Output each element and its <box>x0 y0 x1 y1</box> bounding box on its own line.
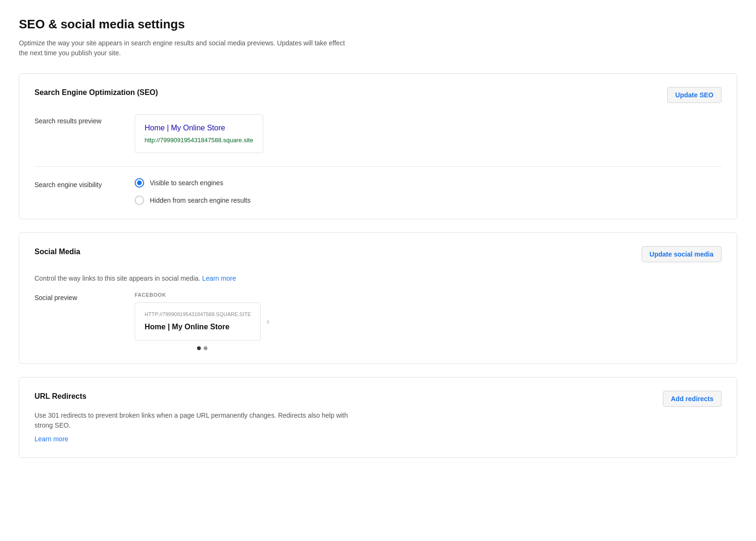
carousel-dot-2[interactable] <box>204 346 207 350</box>
social-media-header: Social Media Update social media <box>34 246 722 262</box>
social-media-title: Social Media <box>34 246 80 258</box>
social-preview-box: HTTP://799909195431847588.SQUARE.SITE Ho… <box>135 302 261 341</box>
url-redirects-desc: Use 301 redirects to prevent broken link… <box>34 411 365 430</box>
radio-hidden-label: Hidden from search engine results <box>150 196 250 206</box>
search-results-preview-box: Home | My Online Store http://7999091954… <box>135 114 263 153</box>
url-redirects-learn-more: Learn more <box>34 434 722 444</box>
search-results-label: Search results preview <box>34 114 120 126</box>
radio-group: Visible to search engines Hidden from se… <box>135 178 250 206</box>
page-subtitle: Optimize the way your site appears in se… <box>19 38 350 58</box>
preview-url: http://799909195431847588.square.site <box>145 136 253 145</box>
radio-visible-option[interactable]: Visible to search engines <box>135 178 250 188</box>
search-engine-visibility-row: Search engine visibility Visible to sear… <box>34 178 722 206</box>
social-media-section-card: Social Media Update social media Control… <box>19 232 737 364</box>
social-preview-url: HTTP://799909195431847588.SQUARE.SITE <box>145 310 251 318</box>
radio-hidden-option[interactable]: Hidden from search engine results <box>135 196 250 206</box>
radio-visible-input[interactable] <box>135 178 144 188</box>
preview-title: Home | My Online Store <box>145 122 253 134</box>
social-media-desc-text: Control the way links to this site appea… <box>34 275 200 282</box>
update-seo-button[interactable]: Update SEO <box>667 87 722 103</box>
radio-visible-label: Visible to search engines <box>150 178 223 188</box>
seo-section-title: Search Engine Optimization (SEO) <box>34 87 158 98</box>
seo-section-card: Search Engine Optimization (SEO) Update … <box>19 73 737 219</box>
social-preview-row: Social preview FACEBOOK HTTP://799909195… <box>34 291 722 350</box>
search-results-preview-row: Search results preview Home | My Online … <box>34 114 722 153</box>
page-title: SEO & social media settings <box>19 15 737 34</box>
url-redirects-section-card: URL Redirects Add redirects Use 301 redi… <box>19 377 737 458</box>
carousel-dots <box>135 346 269 350</box>
url-redirects-learn-more-link[interactable]: Learn more <box>34 435 69 443</box>
social-preview-content: FACEBOOK HTTP://799909195431847588.SQUAR… <box>135 291 269 350</box>
social-preview-title: Home | My Online Store <box>145 321 251 333</box>
carousel-dot-1[interactable] <box>197 346 201 350</box>
url-redirects-title: URL Redirects <box>34 391 86 402</box>
update-social-media-button[interactable]: Update social media <box>642 246 722 262</box>
divider-1 <box>34 166 722 167</box>
social-preview-wrapper: HTTP://799909195431847588.SQUARE.SITE Ho… <box>135 302 269 341</box>
social-preview-label: Social preview <box>34 291 120 303</box>
social-learn-more-link[interactable]: Learn more <box>202 275 236 282</box>
chevron-right-icon[interactable]: › <box>266 315 269 328</box>
seo-section-header: Search Engine Optimization (SEO) Update … <box>34 87 722 103</box>
radio-hidden-input[interactable] <box>135 196 144 205</box>
url-redirects-header: URL Redirects Add redirects <box>34 391 722 407</box>
social-media-desc: Control the way links to this site appea… <box>34 274 722 283</box>
add-redirects-button[interactable]: Add redirects <box>663 391 722 407</box>
visibility-label: Search engine visibility <box>34 178 120 190</box>
facebook-label: FACEBOOK <box>135 291 269 299</box>
